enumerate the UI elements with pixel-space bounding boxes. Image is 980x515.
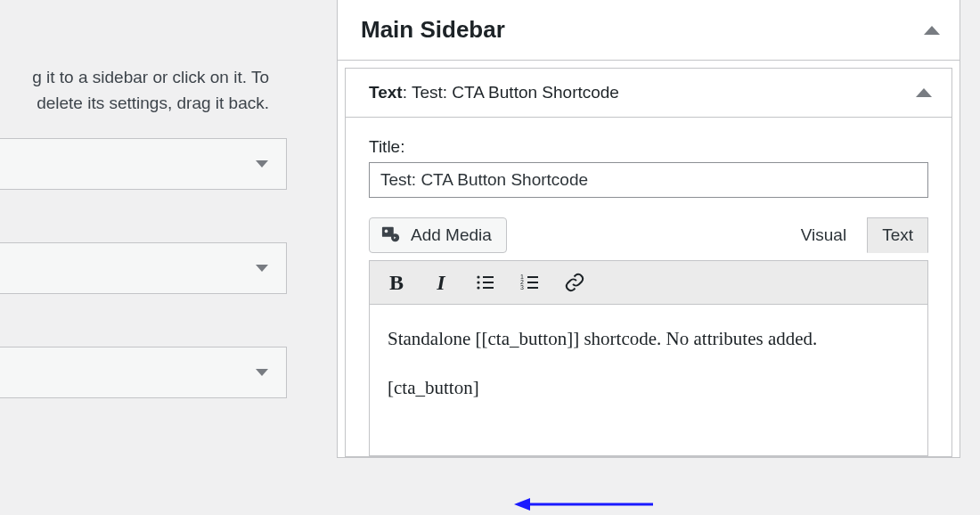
add-media-button[interactable]: Add Media — [369, 217, 507, 253]
editor-toolbar: B I 123 — [369, 260, 928, 305]
widget-header-label: Text: Test: CTA Button Shortcode — [369, 83, 619, 102]
svg-point-3 — [477, 275, 479, 278]
collapse-icon — [924, 26, 940, 35]
bold-button[interactable]: B — [384, 270, 409, 295]
collapse-icon — [916, 88, 932, 97]
widget-stub-2-desc: er. — [0, 307, 287, 347]
chevron-down-icon — [256, 369, 268, 376]
chevron-down-icon — [256, 160, 268, 168]
available-widgets-instructions: g it to a sidebar or click on it. To del… — [0, 11, 287, 138]
available-widgets-column: g it to a sidebar or click on it. To del… — [0, 0, 303, 515]
widget-stub-3[interactable] — [0, 347, 287, 398]
svg-point-5 — [477, 281, 479, 283]
instructions-line-2: delete its settings, drag it back. — [0, 90, 269, 116]
widget-stub-1[interactable] — [0, 138, 287, 190]
sidebar-area-panel: Main Sidebar Text: Test: CTA Button Shor… — [337, 0, 960, 458]
annotation-arrow — [510, 491, 662, 515]
widget-type: Text — [369, 83, 403, 102]
svg-point-7 — [477, 286, 479, 289]
content-paragraph-1: Standalone [[cta_button]] shortcode. No … — [388, 324, 910, 354]
widget-stub-3-desc: s Posts. — [0, 411, 287, 451]
link-button[interactable] — [562, 270, 587, 295]
widget-name: Test: CTA Button Shortcode — [412, 83, 619, 102]
sidebar-area-header[interactable]: Main Sidebar — [338, 0, 960, 61]
italic-button[interactable]: I — [429, 270, 453, 295]
numbered-list-button[interactable]: 123 — [518, 270, 543, 295]
editor-tabs: Visual Text — [786, 217, 928, 253]
content-paragraph-2: [cta_button] — [388, 373, 910, 403]
bullet-list-button[interactable] — [473, 270, 498, 295]
svg-marker-16 — [514, 498, 530, 511]
widget-stub-1-desc: ur site's Posts. — [0, 202, 287, 242]
widget-body: Title: Add Media Visual Text B I — [345, 118, 952, 457]
media-icon — [380, 225, 402, 245]
widget-header[interactable]: Text: Test: CTA Button Shortcode — [345, 68, 952, 118]
tab-text[interactable]: Text — [867, 217, 928, 253]
chevron-down-icon — [256, 265, 268, 272]
title-label: Title: — [369, 137, 928, 157]
widget-stub-2[interactable] — [0, 242, 287, 294]
svg-point-1 — [385, 230, 388, 233]
widget-title-input[interactable] — [369, 162, 928, 198]
svg-text:3: 3 — [520, 284, 524, 290]
add-media-label: Add Media — [411, 225, 492, 245]
editor-content[interactable]: Standalone [[cta_button]] shortcode. No … — [369, 305, 928, 456]
sidebar-area-title: Main Sidebar — [361, 16, 505, 44]
tab-visual[interactable]: Visual — [786, 217, 862, 253]
instructions-line-1: g it to a sidebar or click on it. To — [32, 68, 269, 86]
